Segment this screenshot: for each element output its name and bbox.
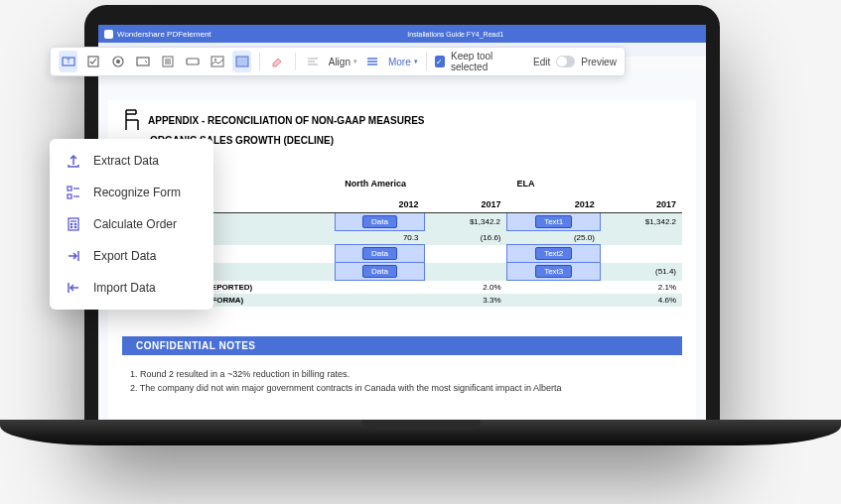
menu-extract-data[interactable]: Extract Data	[50, 145, 213, 177]
menu-import-data[interactable]: Import Data	[50, 272, 213, 304]
button-tool[interactable]	[183, 51, 202, 72]
menu-export-data[interactable]: Export Data	[50, 240, 213, 272]
align-icon[interactable]	[304, 51, 323, 72]
notes-header: CONFIDENTIAL NOTES	[122, 336, 682, 355]
align-button[interactable]: Align▾	[329, 57, 357, 67]
col-year-1: 2012	[335, 196, 424, 213]
doc-title-row: APPENDIX - RECONCILIATION OF NON-GAAP ME…	[122, 108, 682, 132]
col-year-4: 2017	[601, 196, 682, 213]
svg-rect-21	[68, 187, 71, 190]
preview-mode-label: Preview	[581, 57, 617, 67]
col-year-2: 2017	[424, 196, 506, 213]
svg-text:T: T	[66, 58, 70, 64]
cell: 70.3	[335, 231, 424, 245]
cell	[507, 294, 601, 307]
svg-point-28	[74, 223, 75, 224]
cell	[507, 281, 601, 294]
more-icon[interactable]	[363, 51, 382, 72]
window-title-bar: Wondershare PDFelement Installations Gui…	[98, 25, 706, 43]
cell: Text3	[507, 263, 601, 281]
cell: $1,342.2	[601, 213, 682, 231]
form-context-menu: Extract Data Recognize Form Calculate Or…	[50, 139, 213, 310]
col-group-ela: ELA	[507, 176, 682, 196]
calculator-icon	[66, 216, 81, 232]
cell: 2.0%	[424, 281, 506, 294]
laptop-notch	[361, 420, 481, 430]
cell	[335, 281, 424, 294]
menu-import-label: Import Data	[93, 281, 156, 295]
menu-recognize-form[interactable]: Recognize Form	[50, 177, 213, 208]
cell: $1,342.2	[424, 213, 506, 231]
form-field-tag[interactable]: Text2	[535, 247, 572, 260]
keep-tool-label: Keep tool selected	[451, 51, 521, 72]
eraser-tool[interactable]	[268, 51, 287, 72]
upload-icon	[66, 153, 81, 169]
svg-rect-25	[69, 218, 78, 230]
radio-tool[interactable]	[108, 51, 127, 72]
cell: (16.6)	[424, 231, 506, 245]
cell: (25.0)	[507, 231, 601, 245]
cell	[601, 231, 682, 245]
cell: 3.3%	[424, 294, 506, 307]
text-field-tool[interactable]: T	[59, 51, 77, 72]
edit-preview-toggle[interactable]	[556, 56, 575, 67]
cell: 2.1%	[601, 281, 682, 294]
col-group-na: North America	[335, 176, 506, 196]
menu-calculate-label: Calculate Order	[93, 217, 177, 231]
svg-point-4	[116, 60, 120, 63]
cell: Data	[335, 213, 424, 231]
menu-export-label: Export Data	[93, 249, 156, 263]
svg-point-29	[70, 226, 71, 227]
form-field-tag[interactable]: Data	[362, 265, 397, 278]
form-field-tag[interactable]: Text1	[535, 215, 572, 228]
svg-rect-5	[137, 58, 149, 65]
form-field-tag[interactable]: Data	[362, 215, 397, 228]
app-brand: Wondershare PDFelement	[117, 30, 211, 39]
cell	[424, 263, 506, 281]
note-2: 2. The company did not win major governm…	[130, 383, 674, 393]
import-icon	[66, 280, 81, 296]
cell: Data	[335, 245, 424, 263]
note-1: 1. Round 2 resulted in a ~32% reduction …	[130, 369, 674, 379]
menu-calculate-order[interactable]: Calculate Order	[50, 208, 213, 240]
cell	[335, 294, 424, 307]
doc-title-text: APPENDIX - RECONCILIATION OF NON-GAAP ME…	[148, 115, 425, 126]
form-field-tag[interactable]: Data	[362, 247, 397, 260]
svg-rect-22	[68, 194, 71, 198]
form-field-tag[interactable]: Text3	[535, 265, 572, 278]
keep-tool-checkbox[interactable]: ✓	[435, 56, 445, 67]
listbox-tool[interactable]	[158, 51, 177, 72]
cell: Text2	[507, 245, 601, 263]
form-toolbar: T Align▾ More▾ ✓ Keep tool selected Edit…	[50, 47, 626, 76]
edit-mode-label: Edit	[533, 57, 550, 67]
menu-recognize-label: Recognize Form	[93, 186, 181, 199]
svg-rect-10	[187, 59, 199, 64]
svg-rect-13	[236, 57, 248, 66]
cell: Text1	[507, 213, 601, 231]
cell: (51.4)	[601, 263, 682, 281]
more-button[interactable]: More▾	[388, 57, 418, 67]
form-recognize-icon	[66, 185, 81, 200]
app-logo	[104, 30, 113, 39]
cell: 4.6%	[601, 294, 682, 307]
notes-body: 1. Round 2 resulted in a ~32% reduction …	[122, 355, 682, 411]
svg-point-12	[214, 59, 216, 61]
col-year-3: 2012	[507, 196, 601, 213]
chair-icon	[122, 108, 142, 132]
cell: Data	[335, 263, 424, 281]
cell	[424, 245, 506, 263]
signature-tool[interactable]	[232, 51, 251, 72]
cell	[601, 245, 682, 263]
svg-point-27	[70, 223, 71, 224]
svg-point-30	[74, 226, 75, 227]
checkbox-tool[interactable]	[83, 51, 102, 72]
doc-subtitle: ORGANIC SALES GROWTH (DECLINE)	[150, 135, 682, 146]
menu-extract-label: Extract Data	[93, 154, 159, 168]
dropdown-tool[interactable]	[133, 51, 152, 72]
export-icon	[66, 248, 81, 264]
window-title: Installations Guide FY4_Read1	[211, 31, 700, 38]
image-tool[interactable]	[208, 51, 226, 72]
